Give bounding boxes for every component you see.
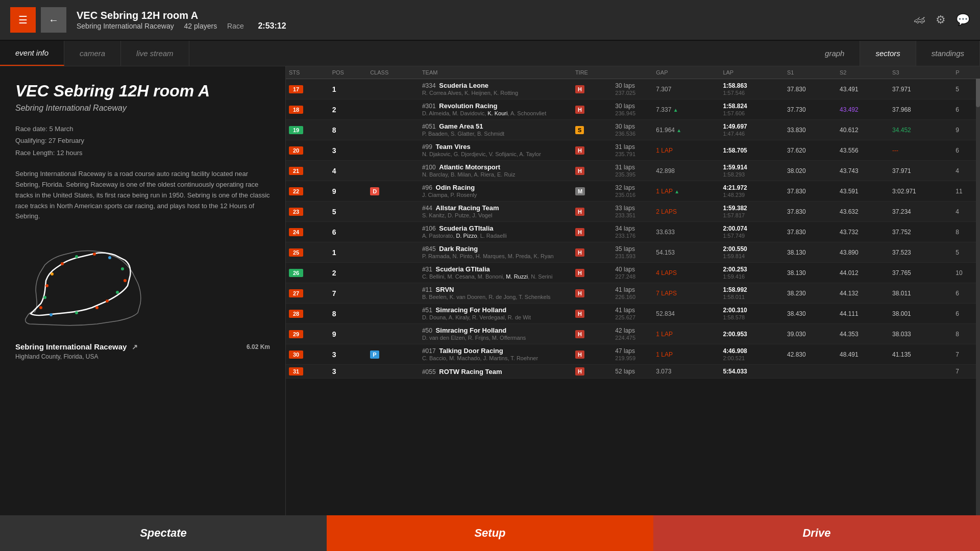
cell-pos: 3 xyxy=(329,365,368,379)
helmet-icon[interactable]: 🏎 xyxy=(914,13,925,27)
cell-class xyxy=(367,324,419,344)
scrollbar-track[interactable] xyxy=(976,66,980,515)
cell-lap-time: 2:00.5501:59.814 xyxy=(720,242,784,263)
menu-button[interactable]: ☰ xyxy=(10,7,36,33)
cell-sts: 20 xyxy=(286,140,329,161)
table-row[interactable]: 182#301 Revolution RacingD. Almeida, M. … xyxy=(286,99,980,120)
event-title: VEC Sebring 12H room A xyxy=(15,82,270,101)
table-row[interactable]: 171#334 Scuderia LeoneR. Correa Alves, K… xyxy=(286,79,980,99)
cell-team: #055 ROTW Racing Team xyxy=(419,365,572,379)
cell-s1: 37.830 xyxy=(784,181,837,202)
spectate-button[interactable]: Spectate xyxy=(0,515,327,551)
topbar-raceway: Sebring International Raceway xyxy=(77,22,174,30)
race-table: STS POS CLASS TEAM TIRE GAP LAP S1 S2 S3… xyxy=(286,66,980,379)
topbar: ☰ ← VEC Sebring 12H room A Sebring Inter… xyxy=(0,0,980,41)
tab-graph[interactable]: graph xyxy=(810,41,860,66)
cell-gap: 52.834 xyxy=(653,304,720,324)
cell-laps: 34 laps233.176 xyxy=(612,222,653,242)
cell-s3: 34.452 xyxy=(889,120,952,140)
cell-lap-time: 1:58.8631:57.546 xyxy=(720,79,784,99)
svg-point-9 xyxy=(51,272,54,276)
table-row[interactable]: 303P#017 Talking Door RacingC. Baccio, M… xyxy=(286,344,980,365)
right-panel[interactable]: STS POS CLASS TEAM TIRE GAP LAP S1 S2 S3… xyxy=(286,66,980,515)
cell-lap-time: 2:00.2531:59.416 xyxy=(720,263,784,283)
table-row[interactable]: 262#31 Scuderia GTItaliaC. Bellini, M. C… xyxy=(286,263,980,283)
back-button[interactable]: ← xyxy=(41,7,66,33)
track-location: Highland County, Florida, USA xyxy=(15,353,270,360)
topbar-subtitle: Sebring International Raceway 42 players… xyxy=(77,21,914,31)
tab-standings[interactable]: standings xyxy=(916,41,980,66)
svg-point-3 xyxy=(124,279,127,282)
col-class: CLASS xyxy=(367,66,419,79)
table-row[interactable]: 214#100 Atlantic MotorsportN. Barclay, B… xyxy=(286,161,980,181)
svg-point-7 xyxy=(75,255,78,258)
message-icon[interactable]: 💬 xyxy=(956,13,970,27)
cell-s3 xyxy=(889,365,952,379)
cell-gap: 1 LAP xyxy=(653,324,720,344)
cell-lap-time: 1:59.3821:57.817 xyxy=(720,202,784,222)
tab-live-stream[interactable]: live stream xyxy=(121,41,189,66)
svg-point-14 xyxy=(75,311,78,314)
cell-sts: 31 xyxy=(286,365,329,379)
cell-team: #99 Team ViresN. Djakovic, G. Djordjevic… xyxy=(419,140,572,161)
cell-s1: 42.830 xyxy=(784,344,837,365)
cell-s2: 43.632 xyxy=(837,202,889,222)
cell-class xyxy=(367,242,419,263)
svg-point-10 xyxy=(45,284,48,287)
cell-sts: 24 xyxy=(286,222,329,242)
table-row[interactable]: 203#99 Team ViresN. Djakovic, G. Djordje… xyxy=(286,140,980,161)
table-row[interactable]: 229D#96 Odin RacingJ. Ciampa, P. Rosenly… xyxy=(286,181,980,202)
col-tire: TIRE xyxy=(572,66,612,79)
table-row[interactable]: 198#051 Game Area 51P. Baaden, S. Glatte… xyxy=(286,120,980,140)
cell-s3: 41.135 xyxy=(889,344,952,365)
cell-class: P xyxy=(367,344,419,365)
cell-s2: 48.491 xyxy=(837,344,889,365)
table-row[interactable]: 313#055 ROTW Racing TeamH52 laps3.073 5:… xyxy=(286,365,980,379)
settings-icon[interactable]: ⚙ xyxy=(936,13,946,27)
cell-s2: 43.743 xyxy=(837,161,889,181)
table-row[interactable]: 235#44 Allstar Racing TeamS. Kanitz, D. … xyxy=(286,202,980,222)
cell-s1 xyxy=(784,365,837,379)
table-row[interactable]: 288#51 Simracing For HollandD. Douna, A.… xyxy=(286,304,980,324)
cell-s3: 37.523 xyxy=(889,242,952,263)
tab-camera[interactable]: camera xyxy=(64,41,121,66)
cell-class xyxy=(367,263,419,283)
svg-point-2 xyxy=(116,291,119,294)
cell-lap-time: 1:49.6971:47.446 xyxy=(720,120,784,140)
left-panel: VEC Sebring 12H room A Sebring Internati… xyxy=(0,66,286,515)
cell-tire: H xyxy=(572,324,612,344)
table-header-row: STS POS CLASS TEAM TIRE GAP LAP S1 S2 S3… xyxy=(286,66,980,79)
table-row[interactable]: 251#845 Dark RacingP. Ramada, N. Pinto, … xyxy=(286,242,980,263)
cell-laps: 30 laps236.536 xyxy=(612,120,653,140)
cell-team: #845 Dark RacingP. Ramada, N. Pinto, H. … xyxy=(419,242,572,263)
cell-class xyxy=(367,79,419,99)
cell-lap-time: 1:58.9921:58.011 xyxy=(720,283,784,304)
tab-event-info[interactable]: event info xyxy=(0,41,64,66)
svg-point-13 xyxy=(50,313,53,316)
cell-s2: 43.491 xyxy=(837,79,889,99)
drive-button[interactable]: Drive xyxy=(653,515,980,551)
cell-s2: 43.732 xyxy=(837,222,889,242)
cell-sts: 30 xyxy=(286,344,329,365)
tab-sectors[interactable]: sectors xyxy=(860,41,916,66)
cell-lap-time: 1:59.9141:58.293 xyxy=(720,161,784,181)
cell-lap-time: 4:21.9721:48.239 xyxy=(720,181,784,202)
cell-laps: 47 laps219.959 xyxy=(612,344,653,365)
cell-class xyxy=(367,365,419,379)
table-row[interactable]: 277#11 SRVNB. Beelen, K. van Dooren, R. … xyxy=(286,283,980,304)
table-row[interactable]: 246#106 Scuderia GTItaliaA. Pastorato, D… xyxy=(286,222,980,242)
setup-button[interactable]: Setup xyxy=(327,515,653,551)
cell-gap: 4 LAPS xyxy=(653,263,720,283)
cell-s1: 37.830 xyxy=(784,202,837,222)
cell-team: #106 Scuderia GTItaliaA. Pastorato, D. P… xyxy=(419,222,572,242)
cell-lap-time: 2:00.0741:57.749 xyxy=(720,222,784,242)
cell-laps: 52 laps xyxy=(612,365,653,379)
topbar-title: VEC Sebring 12H room A xyxy=(77,10,914,21)
table-row[interactable]: 299#50 Simracing For HollandD. van den E… xyxy=(286,324,980,344)
cell-tire: H xyxy=(572,344,612,365)
cell-sts: 18 xyxy=(286,99,329,120)
cell-s3: 37.765 xyxy=(889,263,952,283)
cell-s2: 43.591 xyxy=(837,181,889,202)
expand-icon[interactable]: ↗ xyxy=(132,343,138,351)
track-map xyxy=(15,232,148,334)
